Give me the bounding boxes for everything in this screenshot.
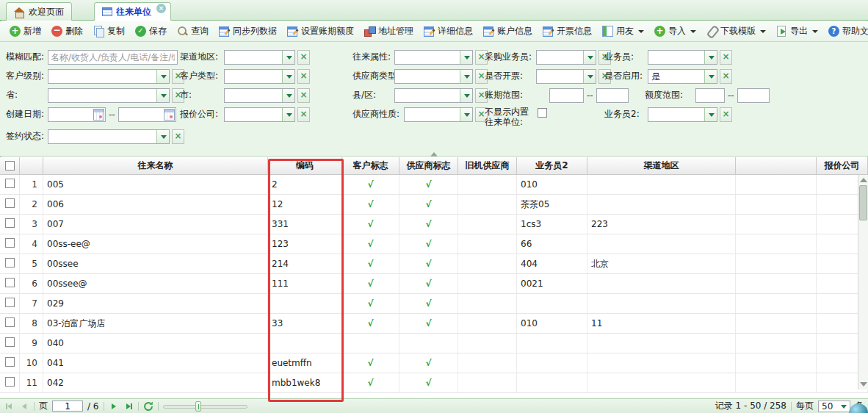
clear-icon[interactable] [172,129,184,144]
calendar-icon[interactable] [93,109,104,121]
toolbar-account-info-button[interactable]: 账户信息 [478,23,538,40]
chevron-down-icon[interactable] [583,51,596,64]
column-header[interactable]: 业务员2 [517,157,587,174]
refresh-icon[interactable] [143,401,153,412]
enabled-flag-select[interactable]: 是 [648,69,717,84]
chevron-down-icon[interactable] [704,70,717,83]
row-checkbox[interactable] [5,238,15,248]
column-header[interactable]: 往来名称 [43,157,268,174]
credit-period-max-input[interactable] [597,89,628,102]
slider-thumb[interactable] [195,401,201,412]
row-checkbox[interactable] [5,317,15,327]
chevron-down-icon[interactable] [156,130,169,143]
chevron-down-icon[interactable] [460,108,472,121]
channel-region-select[interactable] [224,50,295,65]
toolbar-search-button[interactable]: 查询 [172,23,214,40]
invoice-flag-select[interactable] [536,69,596,84]
close-icon[interactable]: × [156,4,166,13]
column-header[interactable]: 报价公司 [817,157,868,174]
tab-partners[interactable]: 往来单位 × [94,2,171,21]
row-checkbox[interactable] [5,218,15,228]
table-row[interactable]: 500ssee214√√404北京 [0,254,868,274]
toolbar-help-doc-button[interactable]: 帮助文档 [823,23,868,40]
clear-icon[interactable] [297,88,310,103]
salesman2-select[interactable] [648,107,717,122]
select-all-checkbox[interactable] [5,161,15,170]
row-checkbox[interactable] [5,278,15,287]
table-row[interactable]: 600ssee@111√√0021 [0,274,868,294]
scroll-up-icon[interactable] [860,178,867,182]
chevron-down-icon[interactable] [282,51,294,64]
table-row[interactable]: 9040 [0,334,868,353]
row-checkbox[interactable] [5,258,15,267]
clear-icon[interactable] [720,69,732,84]
table-row[interactable]: 803-泊富广场店33√√01011 [0,314,868,334]
select-all-header[interactable] [0,157,20,174]
column-header[interactable]: 供应商标志 [399,157,458,174]
province-select[interactable] [48,88,170,103]
row-checkbox[interactable] [5,337,15,347]
chevron-down-icon[interactable] [156,89,169,102]
table-row[interactable]: 10041euetmffn√√ [0,353,868,373]
toolbar-detail-info-button[interactable]: 详细信息 [419,23,478,40]
toolbar-add-button[interactable]: 新增 [4,23,46,40]
sign-status-select[interactable] [48,129,170,144]
clear-icon[interactable] [297,107,310,122]
chevron-down-icon[interactable] [460,70,472,83]
supplier-nature-select[interactable] [404,107,473,122]
toolbar-yonyou-button[interactable]: 用友 [597,23,649,40]
toolbar-export-button[interactable]: 导出 [771,23,823,40]
customer-type-select[interactable] [224,69,295,84]
customer-level-select[interactable] [48,69,170,84]
last-page-icon[interactable] [123,401,134,412]
tab-welcome[interactable]: 欢迎页面 [6,2,72,21]
toolbar-copy-button[interactable]: 复制 [88,23,130,40]
first-page-icon[interactable] [4,401,15,412]
chevron-down-icon[interactable] [460,51,472,64]
fuzzy-match-input[interactable] [48,51,177,64]
chevron-down-icon[interactable] [583,70,596,83]
credit-limit-max-input[interactable] [738,89,769,102]
table-row[interactable]: 10052√√010 [0,175,868,195]
column-header[interactable]: 客户标志 [342,157,399,174]
column-header[interactable]: 编码 [268,157,342,174]
scroll-down-icon[interactable] [860,382,867,387]
relation-attr-select[interactable] [394,50,473,65]
county-select[interactable] [394,88,473,103]
table-row[interactable]: 400ss-ee@123√√66 [0,234,868,254]
row-checkbox[interactable] [5,377,15,387]
slider-track[interactable] [163,405,247,409]
table-row[interactable]: 7029√√ [0,294,868,314]
column-header[interactable] [736,157,817,174]
toolbar-invoice-info-button[interactable]: 开票信息 [538,23,597,40]
toolbar-address-management-button[interactable]: 地址管理 [359,23,419,40]
column-header[interactable]: 旧机供应商 [458,157,517,174]
collapse-panel-handle[interactable] [405,148,463,154]
city-select[interactable] [224,88,295,103]
chevron-down-icon[interactable] [704,51,717,64]
chevron-down-icon[interactable] [704,108,717,121]
row-checkbox[interactable] [5,298,15,307]
next-page-icon[interactable] [109,401,119,412]
chevron-down-icon[interactable] [282,89,294,102]
chevron-down-icon[interactable] [156,70,169,83]
row-checkbox[interactable] [5,357,15,367]
create-date-to[interactable] [118,107,176,122]
toolbar-sync-columns-button[interactable]: 同步列数据 [214,23,282,40]
column-header[interactable] [20,157,43,174]
page-input[interactable] [52,401,83,412]
salesman-select[interactable] [648,50,717,65]
toolbar-save-button[interactable]: 保存 [130,23,172,40]
toolbar-delete-button[interactable]: 删除 [46,23,88,40]
create-date-from[interactable] [48,107,106,122]
row-checkbox[interactable] [5,198,15,208]
prev-page-icon[interactable] [19,401,29,412]
row-checkbox[interactable] [5,179,15,188]
hide-builtin-checkbox[interactable] [538,108,547,118]
credit-period-min-input[interactable] [550,89,583,102]
purchase-salesman-select[interactable] [536,50,596,65]
credit-limit-min-input[interactable] [696,89,724,102]
calendar-icon[interactable] [164,109,175,121]
chevron-down-icon[interactable] [460,89,472,102]
page-slider[interactable] [163,401,247,412]
